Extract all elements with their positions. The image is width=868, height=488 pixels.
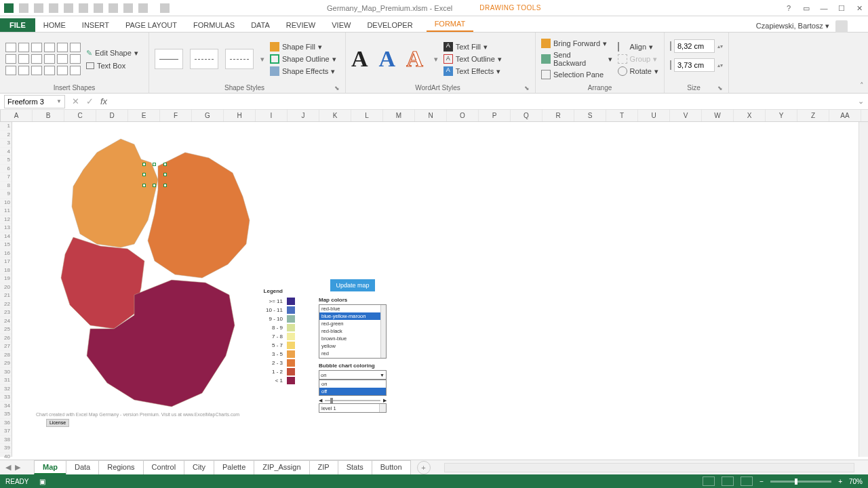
column-header[interactable]: K bbox=[319, 110, 351, 121]
group-menu[interactable]: Group ▾ bbox=[618, 54, 658, 64]
column-header[interactable]: W bbox=[702, 110, 734, 121]
ribbon-display-icon[interactable]: ▭ bbox=[802, 3, 811, 13]
row-header[interactable]: 9 bbox=[0, 190, 12, 199]
zoom-level[interactable]: 70% bbox=[849, 478, 863, 485]
row-header[interactable]: 37 bbox=[0, 427, 12, 436]
send-backward-button[interactable]: Send Backward ▾ bbox=[541, 51, 612, 67]
column-header[interactable]: F bbox=[160, 110, 192, 121]
text-outline-menu[interactable]: AText Outline ▾ bbox=[443, 54, 502, 64]
column-header[interactable]: G bbox=[192, 110, 224, 121]
worksheet-grid[interactable]: 1234567891011121314151617181920212223242… bbox=[0, 122, 868, 457]
row-header[interactable]: 16 bbox=[0, 249, 12, 258]
sheet-tab-regions[interactable]: Regions bbox=[98, 460, 143, 474]
camera-icon[interactable] bbox=[64, 3, 73, 13]
sheet-tab-button[interactable]: Button bbox=[372, 460, 411, 474]
column-header[interactable]: M bbox=[383, 110, 415, 121]
collapse-ribbon-icon[interactable]: ˄ bbox=[860, 81, 864, 90]
sheet-tab-map[interactable]: Map bbox=[34, 460, 66, 474]
bubble-size-spinbox[interactable]: level 1 bbox=[319, 403, 387, 413]
tab-view[interactable]: VIEW bbox=[323, 18, 359, 32]
tab-formulas[interactable]: FORMULAS bbox=[185, 18, 243, 32]
normal-view-button[interactable] bbox=[703, 476, 715, 486]
height-input[interactable] bbox=[674, 39, 715, 53]
row-header[interactable]: 34 bbox=[0, 402, 12, 411]
wordart-gallery[interactable]: A A A ▾ bbox=[351, 46, 438, 72]
listbox-scrollbar[interactable] bbox=[380, 305, 386, 358]
align-menu[interactable]: Align ▾ bbox=[618, 42, 658, 52]
bubble-size-slider[interactable]: ◀▶ bbox=[319, 398, 387, 403]
text-fill-menu[interactable]: AText Fill ▾ bbox=[443, 42, 502, 52]
column-header[interactable]: N bbox=[415, 110, 447, 121]
dropdown-item[interactable]: on bbox=[319, 380, 386, 388]
row-header[interactable]: 3 bbox=[0, 139, 12, 148]
row-header[interactable]: 23 bbox=[0, 308, 12, 317]
listbox-item[interactable]: brown-blue bbox=[319, 335, 386, 342]
signed-in-user[interactable]: Czapiewski, Bartosz ▾ bbox=[756, 20, 848, 33]
tab-developer[interactable]: DEVELOPER bbox=[359, 18, 420, 32]
column-header[interactable]: D bbox=[96, 110, 128, 121]
sheet-tab-zip_assign[interactable]: ZIP_Assign bbox=[254, 460, 309, 474]
column-header[interactable]: Z bbox=[797, 110, 829, 121]
dialog-launcher-icon[interactable]: ⬊ bbox=[717, 85, 723, 92]
sheet-tab-data[interactable]: Data bbox=[66, 460, 99, 474]
listbox-item[interactable]: blue-yellow-maroon bbox=[319, 312, 386, 320]
dropdown-item[interactable]: off bbox=[319, 388, 386, 395]
help-icon[interactable]: ? bbox=[784, 3, 793, 13]
row-header[interactable]: 20 bbox=[0, 283, 12, 292]
row-header[interactable]: 29 bbox=[0, 359, 12, 368]
row-header[interactable]: 2 bbox=[0, 131, 12, 140]
column-header[interactable]: Y bbox=[766, 110, 797, 121]
column-header[interactable]: E bbox=[128, 110, 160, 121]
tab-format[interactable]: FORMAT bbox=[427, 17, 474, 32]
row-header[interactable]: 14 bbox=[0, 232, 12, 241]
vertical-scrollbar[interactable] bbox=[859, 122, 868, 457]
new-icon[interactable] bbox=[34, 3, 43, 13]
tab-insert[interactable]: INSERT bbox=[74, 18, 117, 32]
row-header[interactable]: 38 bbox=[0, 436, 12, 445]
map-colors-listbox[interactable]: red-blueblue-yellow-maroonred-greenred-b… bbox=[319, 304, 387, 359]
print-icon[interactable] bbox=[79, 3, 88, 13]
undo-icon[interactable] bbox=[160, 3, 170, 13]
listbox-item[interactable]: red-black bbox=[319, 327, 386, 335]
column-header[interactable]: T bbox=[606, 110, 638, 121]
column-header[interactable]: S bbox=[574, 110, 606, 121]
row-header[interactable]: 1 bbox=[0, 122, 12, 131]
shape-effects-menu[interactable]: Shape Effects ▾ bbox=[270, 66, 336, 76]
shapes-gallery[interactable] bbox=[5, 43, 81, 75]
column-header[interactable]: X bbox=[734, 110, 766, 121]
row-header[interactable]: 19 bbox=[0, 274, 12, 283]
selection-pane-button[interactable]: Selection Pane bbox=[541, 70, 612, 79]
row-header[interactable]: 13 bbox=[0, 224, 12, 232]
shape-style-gallery[interactable]: ▾ bbox=[155, 49, 264, 69]
sheet-tab-control[interactable]: Control bbox=[143, 460, 184, 474]
column-header[interactable]: Q bbox=[511, 110, 542, 121]
listbox-item[interactable]: red-green bbox=[319, 320, 386, 327]
name-box[interactable]: Freeform 3▼ bbox=[4, 95, 65, 108]
license-button[interactable]: License bbox=[46, 419, 69, 427]
column-header[interactable]: H bbox=[224, 110, 256, 121]
row-header[interactable]: 36 bbox=[0, 419, 12, 428]
pivot-icon[interactable] bbox=[138, 3, 148, 13]
page-layout-view-button[interactable] bbox=[722, 476, 734, 486]
zoom-slider[interactable] bbox=[770, 481, 831, 483]
row-header[interactable]: 6 bbox=[0, 165, 12, 174]
sheet-tab-stats[interactable]: Stats bbox=[338, 460, 372, 474]
row-header[interactable]: 8 bbox=[0, 182, 12, 190]
column-header[interactable]: U bbox=[638, 110, 670, 121]
text-effects-menu[interactable]: AText Effects ▾ bbox=[443, 66, 502, 76]
selected-shape[interactable] bbox=[144, 165, 165, 185]
formula-input[interactable] bbox=[118, 95, 854, 108]
map-region-northwest[interactable] bbox=[72, 139, 158, 247]
text-box-button[interactable]: Text Box bbox=[86, 62, 138, 70]
save-icon[interactable] bbox=[19, 3, 28, 13]
sheet-tab-zip[interactable]: ZIP bbox=[309, 460, 338, 474]
page-break-view-button[interactable] bbox=[741, 476, 753, 486]
row-header[interactable]: 7 bbox=[0, 173, 12, 182]
map-region-west[interactable] bbox=[61, 237, 144, 329]
dialog-launcher-icon[interactable]: ⬊ bbox=[524, 85, 530, 92]
row-header[interactable]: 4 bbox=[0, 148, 12, 157]
row-header[interactable]: 32 bbox=[0, 385, 12, 394]
cancel-formula-icon[interactable]: ✕ bbox=[72, 96, 79, 106]
macro-record-icon[interactable]: ▣ bbox=[39, 478, 45, 485]
row-header[interactable]: 5 bbox=[0, 156, 12, 165]
